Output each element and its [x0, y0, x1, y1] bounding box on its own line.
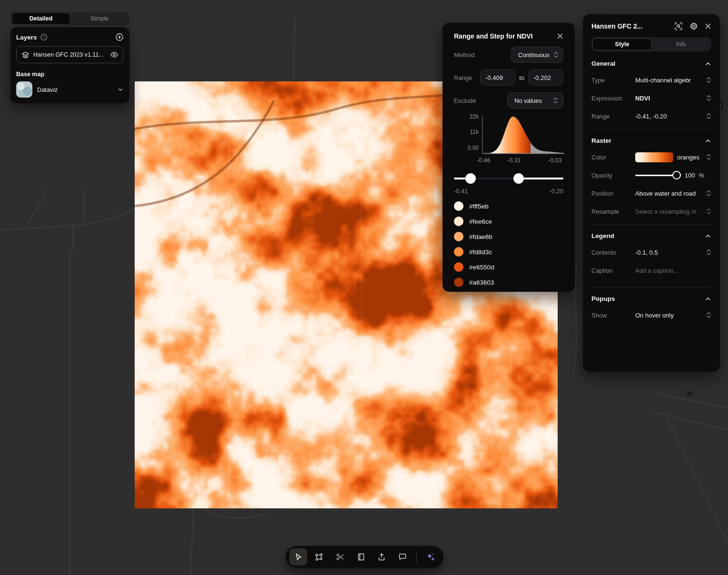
route-tool[interactable]: [310, 548, 328, 565]
visibility-eye-icon[interactable]: [110, 50, 118, 59]
gear-icon[interactable]: [689, 22, 698, 30]
layer-name: Hansen GFC 2023 v1.11...: [33, 51, 106, 58]
stepper-icon: [553, 51, 559, 58]
swatch-hex: #a63603: [469, 279, 494, 286]
tab-info[interactable]: Info: [652, 38, 710, 50]
swatch-dot[interactable]: [454, 278, 463, 287]
swatch-dot[interactable]: [454, 232, 463, 241]
layers-panel: Layers ? Hansen GFC 2023 v1.11... Base m…: [10, 27, 129, 103]
ndvi-histogram: 22k 11k 0.00 -0.46 -0.31 -0.03: [454, 113, 563, 167]
zoom-to-layer-icon[interactable]: [674, 22, 683, 30]
collapse-chevron-icon[interactable]: [705, 139, 711, 143]
resample-placeholder: Select a resampling m: [635, 208, 702, 215]
method-value: Continuous: [518, 51, 550, 59]
row-opacity[interactable]: Opacity 100 %: [591, 170, 711, 180]
row-resample[interactable]: Resample Select a resampling m: [591, 206, 711, 217]
range-to-input[interactable]: -0.202: [528, 69, 563, 86]
opacity-value[interactable]: 100: [685, 172, 695, 179]
hist-ytick: 11k: [460, 129, 479, 135]
toolbar-divider: [416, 551, 417, 563]
collapse-chevron-icon[interactable]: [705, 234, 711, 238]
caption-placeholder[interactable]: Add a caption...: [635, 267, 711, 274]
help-icon[interactable]: ?: [40, 33, 48, 41]
base-map-selector[interactable]: Dataviz: [16, 81, 124, 98]
stepper-icon: [706, 113, 711, 119]
layer-style-panel: Hansen GFC 2... Style Info General Type …: [583, 14, 720, 372]
comment-tool[interactable]: [394, 548, 412, 565]
add-layer-icon[interactable]: [115, 33, 124, 41]
slider-track-selected[interactable]: [471, 178, 519, 179]
detail-level-tabs: Detailed Simple: [10, 11, 129, 26]
collapse-chevron-icon[interactable]: [705, 297, 711, 301]
close-icon[interactable]: [557, 33, 563, 40]
swatch-dot[interactable]: [454, 217, 463, 226]
row-legend-contents[interactable]: Contents -0.1, 0.5: [591, 247, 711, 258]
tab-style[interactable]: Style: [592, 38, 652, 50]
row-legend-caption[interactable]: Caption Add a caption...: [591, 265, 711, 276]
row-color[interactable]: Color oranges: [591, 152, 711, 162]
style-info-tabs: Style Info: [591, 37, 711, 51]
row-position[interactable]: Position Above water and road: [591, 188, 711, 198]
expression-value: NDVI: [635, 95, 702, 102]
opacity-slider-handle[interactable]: [672, 171, 681, 179]
contents-label: Contents: [591, 249, 635, 256]
stepper-icon: [706, 190, 711, 197]
stepper-icon: [706, 77, 711, 83]
color-value: oranges: [677, 154, 702, 161]
slider-track-right[interactable]: [519, 178, 563, 179]
tab-detailed[interactable]: Detailed: [11, 12, 70, 25]
exclude-value: No values: [514, 97, 549, 104]
swatch-dot[interactable]: [454, 201, 463, 211]
swatch-row: #fd8d3c: [454, 244, 563, 259]
slider-handle-max[interactable]: [513, 173, 524, 184]
swatch-hex: #fd8d3c: [469, 248, 492, 256]
hist-ytick: 0.00: [460, 145, 479, 151]
range-value: -0.41, -0.20: [635, 113, 702, 120]
tab-simple[interactable]: Simple: [70, 12, 128, 25]
method-select[interactable]: Continuous: [511, 47, 563, 63]
stepper-icon: [706, 154, 711, 160]
row-type[interactable]: Type Multi-channel algebr: [591, 75, 711, 85]
range-step-popover: Range and Step for NDVI Method Continuou…: [443, 23, 575, 292]
swatch-dot[interactable]: [454, 262, 463, 272]
exclude-select[interactable]: No values: [507, 92, 563, 109]
resample-label: Resample: [591, 208, 635, 215]
ai-tool[interactable]: [422, 548, 440, 565]
range-slider: [454, 173, 563, 184]
layers-title: Layers: [16, 34, 37, 41]
select-tool[interactable]: [289, 548, 307, 565]
map-toolbar: [285, 546, 443, 568]
position-label: Position: [591, 190, 635, 197]
stepper-icon: [706, 95, 711, 101]
type-value: Multi-channel algebr: [635, 77, 702, 84]
layer-item-hansen-gfc[interactable]: Hansen GFC 2023 v1.11...: [16, 46, 124, 63]
swatch-row: #e6550d: [454, 259, 563, 275]
row-range[interactable]: Range -0.41, -0.20: [591, 111, 711, 121]
close-icon[interactable]: [705, 23, 711, 30]
collapse-chevron-icon[interactable]: [705, 61, 711, 66]
swatch-hex: #e6550d: [469, 264, 494, 271]
colormap-chip[interactable]: [635, 152, 673, 162]
caption-label: Caption: [591, 267, 635, 274]
opacity-unit: %: [699, 172, 728, 179]
cut-tool[interactable]: [331, 548, 349, 565]
hist-xtick: -0.03: [548, 157, 562, 164]
slider-handle-min[interactable]: [465, 173, 476, 184]
slider-max-label: -0.20: [549, 188, 563, 195]
swatch-row: #fff5eb: [454, 198, 563, 214]
range-from-input[interactable]: -0.409: [480, 69, 515, 86]
opacity-slider[interactable]: [635, 170, 681, 180]
notebook-tool[interactable]: [352, 548, 370, 565]
chevron-down-icon: [117, 86, 124, 93]
color-label: Color: [591, 154, 635, 161]
exclude-label: Exclude: [454, 97, 507, 104]
row-popups-show[interactable]: Show On hover only: [591, 310, 711, 320]
swatch-dot[interactable]: [454, 247, 463, 257]
layers-stack-icon: [21, 51, 30, 59]
range-to-value: -0.202: [533, 74, 551, 81]
layer-panel-title: Hansen GFC 2...: [591, 22, 668, 30]
export-tool[interactable]: [373, 548, 391, 565]
range-label: Range: [591, 113, 635, 120]
row-expression[interactable]: Expression NDVI: [591, 93, 711, 103]
show-label: Show: [591, 312, 635, 319]
